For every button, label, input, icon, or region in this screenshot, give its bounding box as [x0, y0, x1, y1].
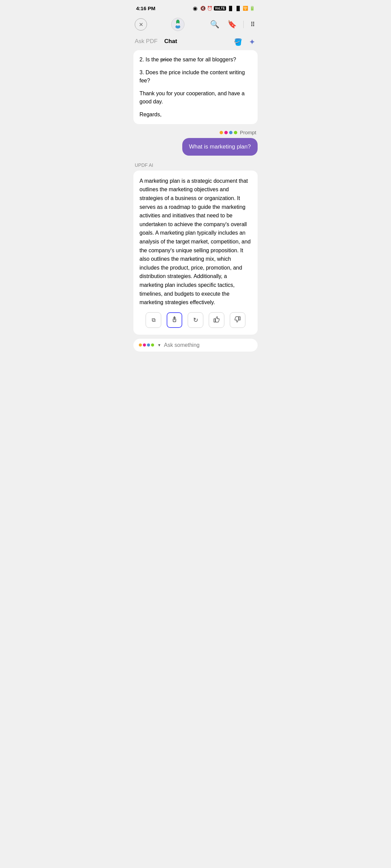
- sound-icon: 🔇: [200, 6, 206, 11]
- bookmark-button[interactable]: 🔖: [226, 19, 238, 30]
- grid-icon: ⠿: [250, 21, 255, 28]
- user-bubble: What is marketing plan?: [182, 138, 258, 156]
- thumbup-icon: [213, 316, 220, 324]
- ai-label: UPDF AI: [133, 162, 258, 168]
- action-buttons-row: ⧉ ↻: [139, 307, 252, 331]
- tab-ask-pdf[interactable]: Ask PDF: [135, 38, 157, 46]
- status-bar: 4:16 PM ◉ 🔇 ⏰ VoLTE ▐▌ ▐▌ 🛜 🔋: [129, 0, 262, 15]
- partial-line1: 2. Is the price the same for all blogger…: [139, 56, 252, 64]
- updf-logo: [171, 18, 185, 31]
- signal-icon2: ▐▌: [235, 6, 241, 11]
- thumbdown-icon: [235, 316, 241, 324]
- magic-button[interactable]: ✦: [248, 37, 256, 47]
- dot-pink: [224, 131, 228, 134]
- search-button[interactable]: 🔍: [209, 19, 221, 30]
- tab-group: Ask PDF Chat: [135, 38, 177, 46]
- input-dot-blue: [147, 343, 150, 347]
- bottom-input-area: ▾: [129, 335, 262, 361]
- status-time: 4:16 PM: [136, 5, 155, 11]
- partial-line3: Thank you for your cooperation, and have…: [139, 90, 252, 106]
- signal-icon: ▐▌: [227, 6, 234, 11]
- chat-input[interactable]: [164, 342, 252, 348]
- svg-point-5: [176, 23, 179, 26]
- search-icon: 🔍: [210, 20, 219, 29]
- nav-bar: ✕ 🔍 🔖 ⠿: [129, 15, 262, 34]
- input-dots: [139, 343, 154, 347]
- status-icons: ◉ 🔇 ⏰ VoLTE ▐▌ ▐▌ 🛜 🔋: [193, 5, 255, 12]
- partial-line4: Regards,: [139, 111, 252, 119]
- user-message-row: What is marketing plan?: [133, 138, 258, 156]
- input-row: ▾: [133, 339, 258, 352]
- prompt-label: Prompt: [240, 130, 256, 135]
- prompt-label-row: Prompt: [133, 130, 258, 135]
- input-dot-green: [151, 343, 154, 347]
- brush-button[interactable]: 🪣: [232, 37, 244, 47]
- ai-response-text: A marketing plan is a strategic document…: [139, 177, 252, 307]
- input-dot-pink: [143, 343, 146, 347]
- grid-button[interactable]: ⠿: [249, 19, 256, 29]
- dot-blue: [229, 131, 232, 134]
- chat-area: 2. Is the price the same for all blogger…: [129, 50, 262, 335]
- copy-icon: ⧉: [152, 317, 155, 323]
- refresh-button[interactable]: ↻: [188, 312, 203, 328]
- close-button[interactable]: ✕: [135, 18, 147, 31]
- refresh-icon: ↻: [193, 316, 198, 324]
- nav-right: 🔍 🔖 ⠿: [209, 19, 256, 30]
- nav-left: ✕: [135, 18, 147, 31]
- nav-divider: [243, 21, 244, 28]
- wifi-icon: 🛜: [243, 6, 248, 11]
- camera-icon: ◉: [193, 5, 198, 12]
- share-button[interactable]: [167, 312, 182, 328]
- thumbdown-button[interactable]: [230, 312, 245, 328]
- tab-chat[interactable]: Chat: [164, 38, 177, 46]
- sparkle-icon: ✦: [249, 38, 255, 46]
- copy-button[interactable]: ⧉: [146, 312, 161, 328]
- bookmark-icon: 🔖: [227, 20, 237, 29]
- close-icon: ✕: [139, 21, 143, 28]
- alarm-icon: ⏰: [207, 6, 212, 11]
- ai-message-bubble: A marketing plan is a strategic document…: [133, 171, 258, 335]
- tab-actions: 🪣 ✦: [232, 37, 256, 47]
- share-icon: [171, 316, 178, 324]
- chevron-down-icon[interactable]: ▾: [158, 342, 161, 348]
- dot-green: [234, 131, 237, 134]
- partial-line2: 3. Does the price include the content wr…: [139, 68, 252, 85]
- nav-center: [171, 18, 185, 31]
- partial-message-bubble: 2. Is the price the same for all blogger…: [133, 50, 258, 124]
- volte-badge: VoLTE: [214, 6, 226, 11]
- battery-icon: 🔋: [249, 6, 255, 11]
- prompt-dots: [220, 131, 237, 134]
- svg-rect-8: [239, 317, 240, 320]
- svg-rect-7: [214, 319, 215, 322]
- dot-yellow: [220, 131, 223, 134]
- tab-bar: Ask PDF Chat 🪣 ✦: [129, 34, 262, 50]
- brush-icon: 🪣: [234, 38, 242, 46]
- input-dot-yellow: [139, 343, 142, 347]
- thumbup-button[interactable]: [209, 312, 224, 328]
